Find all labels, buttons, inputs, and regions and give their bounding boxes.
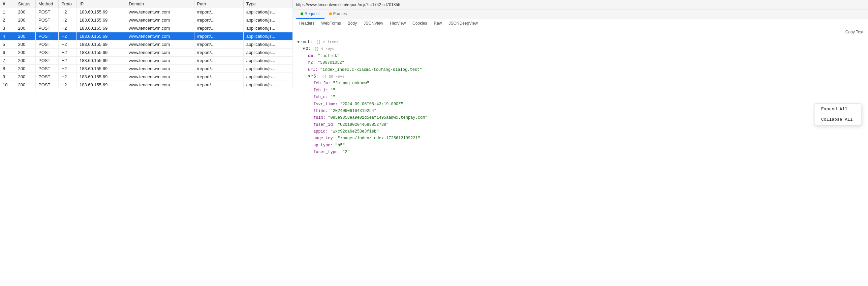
sub-tab-jsonview[interactable]: JSONView — [360, 19, 386, 28]
cell-proto: H2 — [58, 24, 76, 32]
cell-proto: H2 — [58, 57, 76, 65]
cell-type: application/js... — [243, 73, 292, 81]
cell-num: 3 — [0, 24, 15, 32]
cell-domain: www.tencentwm.com — [126, 73, 194, 81]
cell-type: application/js... — [243, 32, 292, 40]
json-node0-toggle[interactable]: ▼ — [303, 46, 305, 52]
json-ftime-line: ftime: "20240906164319254" — [313, 108, 864, 114]
cell-status: 200 — [15, 16, 36, 24]
cell-num: 4 — [0, 32, 15, 40]
cell-domain: www.tencentwm.com — [126, 16, 194, 24]
copy-button[interactable]: Copy Text — [843, 29, 865, 35]
cell-type: application/js... — [243, 49, 292, 57]
cell-path: /report/... — [194, 16, 243, 24]
json-node0-line: ▼ 0: {} 4 keys — [303, 46, 864, 52]
sub-tab-webforms[interactable]: WebForms — [318, 19, 344, 28]
cell-method: POST — [36, 32, 59, 40]
table-row[interactable]: 7200POSTH2183.60.155.69www.tencentwm.com… — [0, 57, 293, 65]
sub-tab-headers[interactable]: Headers — [296, 19, 318, 28]
json-root-toggle[interactable]: ▼ — [297, 39, 300, 46]
context-menu-expand-all[interactable]: Expand All — [814, 104, 861, 114]
table-row[interactable]: 8200POSTH2183.60.155.69www.tencentwm.com… — [0, 65, 293, 73]
cell-path: /report/... — [194, 65, 243, 73]
json-ftime-val: "20240906164319254" — [330, 108, 376, 114]
cell-status: 200 — [15, 81, 36, 89]
sub-tab-body[interactable]: Body — [344, 19, 360, 28]
json-url-line: url: "index_index.c-xiaomi-toufang-dialo… — [308, 66, 864, 73]
cell-type: application/js... — [243, 24, 292, 32]
json-page-key-key: page_key: — [313, 135, 335, 142]
cell-method: POST — [36, 49, 59, 57]
table-row[interactable]: 5200POSTH2183.60.155.69www.tencentwm.com… — [0, 40, 293, 49]
json-fsvr-time-val: "2024-09-06T08:43:19.000Z" — [340, 101, 403, 108]
cell-proto: H2 — [58, 16, 76, 24]
cell-method: POST — [36, 8, 59, 16]
cell-type: application/js... — [243, 8, 292, 16]
cell-path: /report/... — [194, 73, 243, 81]
sub-tab-hexview[interactable]: HexView — [386, 19, 409, 28]
json-url-val: "index_index.c-xiaomi-toufang-dialog.tes… — [320, 66, 422, 73]
table-row[interactable]: 4200POSTH2183.60.155.69www.tencentwm.com… — [0, 32, 293, 40]
cell-ip: 183.60.155.69 — [76, 73, 126, 81]
cell-status: 200 — [15, 73, 36, 81]
json-fuser-id-line: fuser_id: "U201902044688852788" — [313, 121, 864, 128]
context-menu-collapse-all[interactable]: Collapse All — [814, 114, 861, 125]
sub-tab-raw[interactable]: Raw — [430, 19, 445, 28]
col-header-domain: Domain — [126, 0, 194, 8]
cell-ip: 183.60.155.69 — [76, 40, 126, 49]
json-dm-line: dm: "taclick" — [308, 53, 864, 59]
json-r5-toggle[interactable]: ▼ — [308, 73, 310, 80]
json-fch-fm-val: "fm_mqq_unknow" — [333, 80, 369, 87]
json-fuser-id-key: fuser_id: — [313, 121, 335, 128]
cell-ip: 183.60.155.69 — [76, 65, 126, 73]
sub-tab-cookies[interactable]: Cookies — [409, 19, 430, 28]
cell-path: /report/... — [194, 32, 243, 40]
table-row[interactable]: 9200POSTH2183.60.155.69www.tencentwm.com… — [0, 73, 293, 81]
json-fuin-key: fuin: — [313, 114, 326, 121]
cell-domain: www.tencentwm.com — [126, 8, 194, 16]
json-fsvr-time-key: fsvr_time: — [313, 101, 338, 108]
col-header-path: Path — [194, 0, 243, 8]
json-page-key-line: page_key: "/pages/index/index-1725612199… — [313, 135, 864, 142]
cell-ip: 183.60.155.69 — [76, 8, 126, 16]
json-dm-val: "taclick" — [318, 53, 340, 59]
cell-proto: H2 — [58, 49, 76, 57]
network-table: # Status Method Proto IP Domain Path Typ… — [0, 0, 293, 89]
json-fuser-type-line: fuser_type: "2" — [313, 149, 864, 155]
cell-path: /report/... — [194, 81, 243, 89]
json-fch-i-val: "" — [330, 87, 335, 94]
json-appid-key: appid: — [313, 128, 328, 135]
table-row[interactable]: 1200POSTH2183.60.155.69www.tencentwm.com… — [0, 8, 293, 16]
tab-request[interactable]: Request — [296, 9, 324, 19]
cell-ip: 183.60.155.69 — [76, 32, 126, 40]
table-row[interactable]: 2200POSTH2183.60.155.69www.tencentwm.com… — [0, 16, 293, 24]
sub-tabs-bar: Headers WebForms Body JSONView HexView C… — [293, 19, 868, 28]
cell-ip: 183.60.155.69 — [76, 57, 126, 65]
json-tree-panel: ▼ root: [] 2 items ▼ 0: {} 4 keys dm: "t… — [293, 36, 868, 286]
table-row[interactable]: 10200POSTH2183.60.155.69www.tencentwm.co… — [0, 81, 293, 89]
sub-tab-jsondeepview[interactable]: JSONDeepView — [445, 19, 481, 28]
json-r5-label: r5: — [311, 73, 321, 80]
cell-num: 1 — [0, 8, 15, 16]
json-fuser-type-key: fuser_type: — [313, 149, 340, 155]
right-panel: https://www.tencentwm.com/report/m.js?r=… — [293, 0, 868, 286]
url-bar: https://www.tencentwm.com/report/m.js?r=… — [293, 0, 868, 9]
cell-type: application/js... — [243, 40, 292, 49]
table-row[interactable]: 3200POSTH2183.60.155.69www.tencentwm.com… — [0, 24, 293, 32]
json-dm-key: dm: — [308, 53, 315, 59]
cell-domain: www.tencentwm.com — [126, 57, 194, 65]
cell-domain: www.tencentwm.com — [126, 81, 194, 89]
tab-frames[interactable]: Frames — [324, 9, 352, 19]
cell-domain: www.tencentwm.com — [126, 65, 194, 73]
json-root-line: ▼ root: [] 2 items — [297, 39, 864, 46]
json-fch-fm-line: fch_fm: "fm_mqq_unknow" — [313, 80, 864, 87]
cell-num: 8 — [0, 65, 15, 73]
cell-method: POST — [36, 65, 59, 73]
cell-status: 200 — [15, 65, 36, 73]
table-row[interactable]: 6200POSTH2183.60.155.69www.tencentwm.com… — [0, 49, 293, 57]
json-up-type-val: "h5" — [335, 142, 345, 149]
cell-ip: 183.60.155.69 — [76, 81, 126, 89]
col-header-type: Type — [243, 0, 292, 8]
cell-status: 200 — [15, 24, 36, 32]
cell-proto: H2 — [58, 81, 76, 89]
